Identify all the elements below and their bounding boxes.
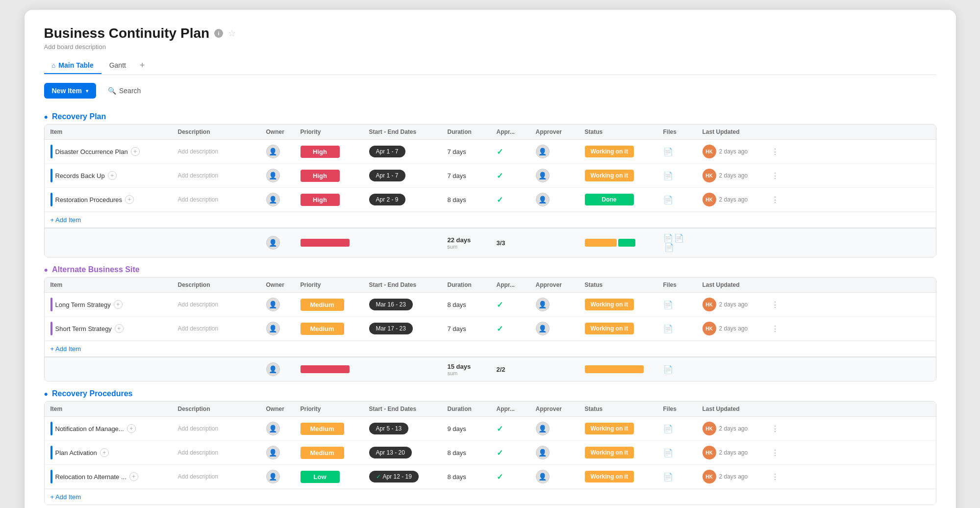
description-col[interactable]: Add description <box>172 420 260 437</box>
priority-col[interactable]: Medium <box>295 418 363 440</box>
date-badge[interactable]: Apr 2 - 9 <box>369 194 405 205</box>
approver-col[interactable]: 👤 <box>530 317 579 340</box>
add-item-row[interactable]: + Add Item <box>45 489 936 505</box>
approver-avatar[interactable]: 👤 <box>536 470 550 483</box>
more-icon[interactable]: ⋮ <box>771 424 779 433</box>
more-col[interactable]: ⋮ <box>765 467 777 486</box>
group-toggle-recovery-plan[interactable]: ● <box>44 113 48 121</box>
priority-col[interactable]: High <box>295 141 363 163</box>
dates-col[interactable]: Mar 17 - 23 <box>363 318 442 339</box>
approver-avatar[interactable]: 👤 <box>536 422 550 435</box>
approver-avatar[interactable]: 👤 <box>536 446 550 459</box>
status-col[interactable]: Working on it <box>579 141 657 162</box>
files-col[interactable]: 📄 <box>657 190 697 209</box>
add-item-inline-icon[interactable]: + <box>115 324 124 333</box>
file-icon[interactable]: 📄 <box>663 195 673 204</box>
date-badge[interactable]: Apr 13 - 20 <box>369 447 412 458</box>
dates-col[interactable]: Apr 1 - 7 <box>363 141 442 162</box>
info-icon[interactable]: i <box>214 29 223 38</box>
priority-badge[interactable]: Low <box>301 471 340 483</box>
item-name[interactable]: Plan Activation + <box>50 446 109 459</box>
file-icon[interactable]: 📄 <box>663 171 673 180</box>
dates-col[interactable]: Apr 13 - 20 <box>363 442 442 463</box>
group-toggle-recovery-procedures[interactable]: ● <box>44 390 48 398</box>
approver-col[interactable]: 👤 <box>530 441 579 464</box>
approver-col[interactable]: 👤 <box>530 293 579 316</box>
dates-col[interactable]: Apr 5 - 13 <box>363 418 442 439</box>
add-description-text[interactable]: Add description <box>178 301 219 308</box>
tab-main-table[interactable]: ⌂ Main Table <box>44 57 101 74</box>
owner-avatar[interactable]: 👤 <box>266 470 280 483</box>
owner-avatar[interactable]: 👤 <box>266 422 280 435</box>
add-item-inline-icon[interactable]: + <box>125 195 134 204</box>
status-col[interactable]: Working on it <box>579 418 657 439</box>
date-badge[interactable]: Mar 16 - 23 <box>369 299 413 310</box>
description-col[interactable]: Add description <box>172 167 260 184</box>
owner-avatar[interactable]: 👤 <box>266 322 280 335</box>
dates-col[interactable]: ✓Apr 12 - 19 <box>363 466 442 487</box>
owner-col[interactable]: 👤 <box>260 188 295 211</box>
date-badge[interactable]: Apr 1 - 7 <box>369 146 405 157</box>
owner-avatar[interactable]: 👤 <box>266 446 280 459</box>
add-item-row[interactable]: + Add Item <box>45 212 936 228</box>
date-badge[interactable]: Mar 17 - 23 <box>369 323 413 334</box>
more-col[interactable]: ⋮ <box>765 142 777 161</box>
add-description-text[interactable]: Add description <box>178 172 219 179</box>
priority-col[interactable]: Medium <box>295 442 363 464</box>
date-badge[interactable]: ✓Apr 12 - 19 <box>369 471 419 483</box>
add-description-text[interactable]: Add description <box>178 325 219 332</box>
status-badge[interactable]: Done <box>585 194 634 205</box>
file-icon[interactable]: 📄 <box>663 300 673 309</box>
add-description-text[interactable]: Add description <box>178 449 219 456</box>
add-description-text[interactable]: Add description <box>178 473 219 480</box>
priority-badge[interactable]: Medium <box>301 423 344 435</box>
priority-badge[interactable]: High <box>301 146 340 158</box>
approver-avatar[interactable]: 👤 <box>536 298 550 311</box>
tab-add-button[interactable]: + <box>134 56 151 75</box>
star-icon[interactable]: ☆ <box>228 28 236 39</box>
files-col[interactable]: 📄 <box>657 443 697 462</box>
file-icon[interactable]: 📄 <box>663 424 673 433</box>
status-badge[interactable]: Working on it <box>585 146 634 157</box>
owner-col[interactable]: 👤 <box>260 465 295 488</box>
status-badge[interactable]: Working on it <box>585 299 634 310</box>
files-col[interactable]: 📄 <box>657 166 697 185</box>
more-col[interactable]: ⋮ <box>765 419 777 438</box>
more-col[interactable]: ⋮ <box>765 319 777 338</box>
item-name[interactable]: Long Term Strategy + <box>50 298 123 311</box>
item-name[interactable]: Restoration Procedures + <box>50 193 134 206</box>
status-col[interactable]: Working on it <box>579 466 657 487</box>
item-name[interactable]: Disaster Occurrence Plan + <box>50 145 140 158</box>
add-description-text[interactable]: Add description <box>178 196 219 203</box>
more-icon[interactable]: ⋮ <box>771 300 779 309</box>
description-col[interactable]: Add description <box>172 191 260 208</box>
item-name[interactable]: Relocation to Alternate ... + <box>50 470 138 483</box>
files-col[interactable]: 📄 <box>657 419 697 438</box>
description-col[interactable]: Add description <box>172 320 260 337</box>
approver-avatar[interactable]: 👤 <box>536 322 550 335</box>
add-item-inline-icon[interactable]: + <box>131 147 140 156</box>
file-icon[interactable]: 📄 <box>663 448 673 457</box>
more-icon[interactable]: ⋮ <box>771 171 779 180</box>
priority-col[interactable]: Low <box>295 466 363 488</box>
more-icon[interactable]: ⋮ <box>771 324 779 333</box>
owner-col[interactable]: 👤 <box>260 441 295 464</box>
more-icon[interactable]: ⋮ <box>771 448 779 457</box>
status-col[interactable]: Working on it <box>579 318 657 339</box>
more-col[interactable]: ⋮ <box>765 295 777 314</box>
more-icon[interactable]: ⋮ <box>771 195 779 204</box>
approver-col[interactable]: 👤 <box>530 140 579 163</box>
approver-col[interactable]: 👤 <box>530 465 579 488</box>
more-col[interactable]: ⋮ <box>765 443 777 462</box>
status-badge[interactable]: Working on it <box>585 471 634 483</box>
add-item-inline-icon[interactable]: + <box>127 424 136 433</box>
dates-col[interactable]: Mar 16 - 23 <box>363 294 442 315</box>
add-description-text[interactable]: Add description <box>178 148 219 155</box>
more-icon[interactable]: ⋮ <box>771 472 779 482</box>
status-col[interactable]: Working on it <box>579 442 657 463</box>
owner-avatar[interactable]: 👤 <box>266 145 280 158</box>
description-col[interactable]: Add description <box>172 143 260 160</box>
approver-col[interactable]: 👤 <box>530 188 579 211</box>
description-col[interactable]: Add description <box>172 468 260 485</box>
add-item-inline-icon[interactable]: + <box>108 171 117 180</box>
